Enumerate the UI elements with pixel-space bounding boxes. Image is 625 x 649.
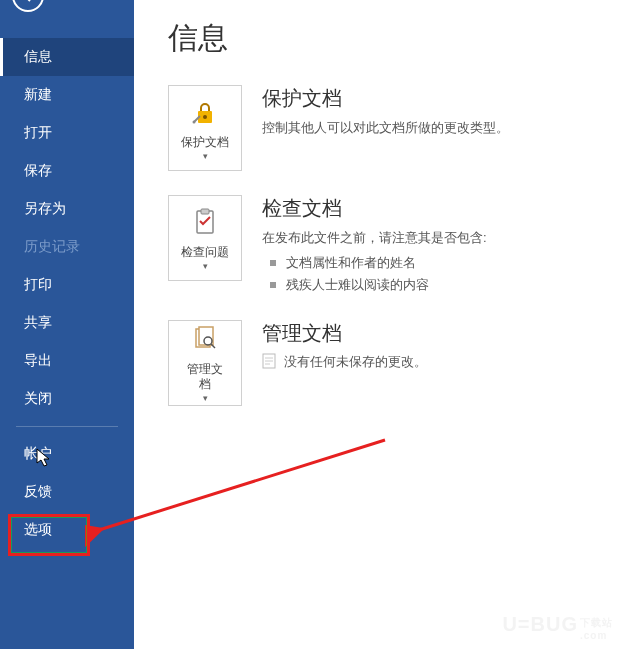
tile-label: 管理文 档	[187, 362, 223, 391]
nav-label: 帐户	[24, 445, 52, 461]
nav-save[interactable]: 保存	[0, 152, 134, 190]
nav-label: 保存	[24, 162, 52, 178]
manage-title: 管理文档	[262, 320, 625, 347]
nav-label: 打印	[24, 276, 52, 292]
document-icon	[262, 353, 276, 372]
nav-label: 打开	[24, 124, 52, 140]
bullet-item: 残疾人士难以阅读的内容	[262, 274, 625, 296]
nav-history: 历史记录	[0, 228, 134, 266]
nav-open[interactable]: 打开	[0, 114, 134, 152]
section-manage: 管理文 档 ▾ 管理文档 没有任何未保存的更改。	[168, 320, 625, 406]
svg-point-2	[193, 120, 196, 123]
tile-label: 保护文档	[181, 135, 229, 149]
dropdown-arrow-icon: ▾	[203, 151, 208, 161]
svg-rect-6	[199, 327, 213, 345]
manage-line: 没有任何未保存的更改。	[262, 353, 625, 372]
nav-new[interactable]: 新建	[0, 76, 134, 114]
nav-label: 历史记录	[24, 238, 80, 254]
nav-share[interactable]: 共享	[0, 304, 134, 342]
document-search-icon	[191, 322, 219, 358]
nav-print[interactable]: 打印	[0, 266, 134, 304]
main-panel: 信息 保护文档 ▾ 保护文档 控制其他人可以对此文档所做的更改类型。	[134, 0, 625, 649]
dropdown-arrow-icon: ▾	[203, 393, 208, 403]
nav-label: 反馈	[24, 483, 52, 499]
nav-options[interactable]: 选项	[0, 511, 134, 549]
nav-info[interactable]: 信息	[0, 38, 134, 76]
nav-feedback[interactable]: 反馈	[0, 473, 134, 511]
dropdown-arrow-icon: ▾	[203, 261, 208, 271]
nav-label: 选项	[24, 521, 52, 537]
nav-label: 新建	[24, 86, 52, 102]
lock-key-icon	[190, 95, 220, 131]
svg-point-1	[203, 115, 207, 119]
back-button[interactable]	[12, 0, 44, 12]
nav-close[interactable]: 关闭	[0, 380, 134, 418]
nav-export[interactable]: 导出	[0, 342, 134, 380]
nav-label: 导出	[24, 352, 52, 368]
svg-rect-4	[201, 209, 209, 214]
section-protect: 保护文档 ▾ 保护文档 控制其他人可以对此文档所做的更改类型。	[168, 85, 625, 171]
inspect-desc: 在发布此文件之前，请注意其是否包含:	[262, 228, 625, 248]
document-check-icon	[191, 205, 219, 241]
nav-account[interactable]: 帐户	[0, 435, 134, 473]
page-title: 信息	[168, 18, 625, 59]
nav-save-as[interactable]: 另存为	[0, 190, 134, 228]
nav-label: 关闭	[24, 390, 52, 406]
inspect-bullets: 文档属性和作者的姓名 残疾人士难以阅读的内容	[262, 252, 625, 296]
protect-desc: 控制其他人可以对此文档所做的更改类型。	[262, 118, 625, 138]
bullet-item: 文档属性和作者的姓名	[262, 252, 625, 274]
nav-label: 共享	[24, 314, 52, 330]
check-issues-button[interactable]: 检查问题 ▾	[168, 195, 242, 281]
manage-document-button[interactable]: 管理文 档 ▾	[168, 320, 242, 406]
manage-text: 没有任何未保存的更改。	[284, 353, 427, 371]
backstage-sidebar: 信息 新建 打开 保存 另存为 历史记录 打印 共享 导出 关闭 帐户 反馈 选…	[0, 0, 134, 649]
section-inspect: 检查问题 ▾ 检查文档 在发布此文件之前，请注意其是否包含: 文档属性和作者的姓…	[168, 195, 625, 296]
protect-title: 保护文档	[262, 85, 625, 112]
tile-label: 检查问题	[181, 245, 229, 259]
background-fill	[268, 564, 625, 649]
nav-label: 另存为	[24, 200, 66, 216]
nav-divider	[16, 426, 118, 427]
protect-document-button[interactable]: 保护文档 ▾	[168, 85, 242, 171]
nav-label: 信息	[24, 48, 52, 64]
arrow-left-icon	[20, 0, 36, 4]
inspect-title: 检查文档	[262, 195, 625, 222]
